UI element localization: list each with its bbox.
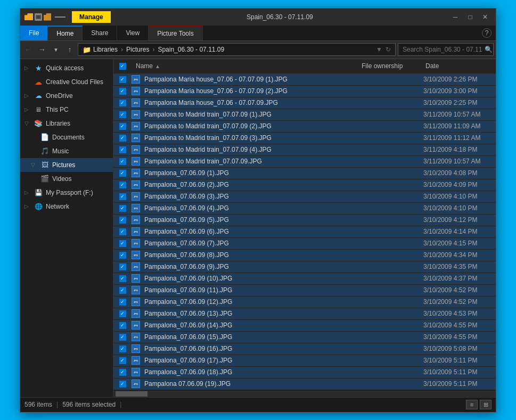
recent-locations-button[interactable]: ▼ (50, 44, 62, 55)
path-pictures[interactable]: Pictures (126, 46, 149, 53)
table-row[interactable]: JPG Pampalona Maria house_07.06 - 07.07.… (113, 86, 496, 97)
row-checkbox-container[interactable] (113, 123, 132, 130)
table-row[interactable]: JPG Pampalona_07.06.09 (12).JPG 3/10/200… (113, 297, 496, 308)
details-view-button[interactable]: ≡ (466, 400, 478, 409)
row-checkbox-container[interactable] (113, 322, 132, 329)
tab-file[interactable]: File (20, 26, 48, 40)
row-checkbox-container[interactable] (113, 135, 132, 142)
col-header-date[interactable]: Date (421, 59, 496, 73)
row-checkbox-container[interactable] (113, 100, 132, 106)
table-row[interactable]: JPG Pampalona Maria house_07.06 - 07.07.… (113, 74, 496, 86)
row-checkbox[interactable] (119, 287, 126, 294)
file-list[interactable]: JPG Pampalona Maria house_07.06 - 07.07.… (113, 74, 496, 391)
sidebar-item-onedrive[interactable]: ▷ ☁ OneDrive (20, 89, 113, 103)
back-button[interactable]: ← (22, 44, 34, 55)
up-button[interactable]: ↑ (64, 44, 76, 55)
path-libraries[interactable]: Libraries (93, 46, 118, 53)
table-row[interactable]: JPG Pampalona_07.06.09 (18).JPG 3/10/200… (113, 367, 496, 378)
sidebar-item-my-passport[interactable]: ▷ 💾 My Passport (F:) (20, 186, 113, 200)
row-checkbox[interactable] (119, 381, 126, 388)
table-row[interactable]: JPG Pampalona to Madrid train_07.07.09 (… (113, 109, 496, 121)
sidebar-item-creative-cloud[interactable]: ☁ Creative Cloud Files (20, 75, 113, 89)
row-checkbox[interactable] (119, 182, 126, 188)
horizontal-scrollbar[interactable] (113, 391, 496, 397)
address-dropdown-icon[interactable]: ▼ (376, 46, 382, 53)
row-checkbox-container[interactable] (113, 381, 132, 388)
table-row[interactable]: JPG Pampalona to Madrid train_07.07.09 (… (113, 121, 496, 133)
row-checkbox[interactable] (119, 345, 126, 352)
row-checkbox[interactable] (119, 88, 126, 95)
tab-home[interactable]: Home (48, 26, 83, 40)
row-checkbox[interactable] (119, 123, 126, 130)
row-checkbox[interactable] (119, 76, 126, 83)
table-row[interactable]: JPG Pampalona_07.06.09 (16).JPG 3/10/200… (113, 343, 496, 355)
sidebar-item-music[interactable]: 🎵 Music (20, 144, 113, 158)
sidebar-item-this-pc[interactable]: ▷ 🖥 This PC (20, 103, 113, 117)
row-checkbox-container[interactable] (113, 146, 132, 153)
help-button[interactable]: ? (478, 26, 496, 40)
row-checkbox[interactable] (119, 228, 126, 235)
table-row[interactable]: JPG Pampalona to Madrid train_07.07.09.J… (113, 156, 496, 168)
path-current[interactable]: Spain_06.30 - 07.11.09 (158, 46, 224, 53)
refresh-icon[interactable]: ↻ (386, 46, 391, 53)
row-checkbox[interactable] (119, 322, 126, 329)
sidebar-item-documents[interactable]: 📄 Documents (20, 130, 113, 144)
col-header-name[interactable]: Name ▲ (132, 59, 357, 73)
large-icons-button[interactable]: ⊞ (480, 400, 492, 409)
row-checkbox-container[interactable] (113, 299, 132, 306)
row-checkbox-container[interactable] (113, 263, 132, 270)
row-checkbox[interactable] (119, 193, 126, 200)
sidebar-item-pictures[interactable]: ▽ 🖼 Pictures (20, 158, 113, 172)
table-row[interactable]: JPG Pampalona to Madrid train_07.07.09 (… (113, 133, 496, 144)
row-checkbox[interactable] (119, 310, 126, 317)
row-checkbox-container[interactable] (113, 240, 132, 247)
search-box[interactable]: 🔍 (398, 43, 494, 56)
row-checkbox[interactable] (119, 369, 126, 376)
close-button[interactable]: ✕ (479, 12, 492, 22)
col-header-ownership[interactable]: File ownership (357, 59, 421, 73)
row-checkbox-container[interactable] (113, 334, 132, 341)
table-row[interactable]: JPG Pampalona_07.06.09 (11).JPG 3/10/200… (113, 285, 496, 297)
row-checkbox-container[interactable] (113, 182, 132, 188)
row-checkbox-container[interactable] (113, 369, 132, 376)
table-row[interactable]: JPG Pampalona_07.06.09 (6).JPG 3/10/2009… (113, 226, 496, 238)
row-checkbox[interactable] (119, 334, 126, 341)
row-checkbox-container[interactable] (113, 193, 132, 200)
row-checkbox[interactable] (119, 240, 126, 247)
row-checkbox-container[interactable] (113, 76, 132, 83)
tab-view[interactable]: View (117, 26, 149, 40)
h-scroll-thumb[interactable] (116, 391, 148, 397)
row-checkbox[interactable] (119, 111, 126, 118)
row-checkbox[interactable] (119, 299, 126, 306)
ribbon-manage-tab[interactable]: Manage (72, 11, 111, 23)
table-row[interactable]: JPG Pampalona_07.06.09 (7).JPG 3/10/2009… (113, 238, 496, 250)
row-checkbox-container[interactable] (113, 310, 132, 317)
row-checkbox-container[interactable] (113, 275, 132, 282)
table-row[interactable]: JPG Pampalona_07.06.09 (5).JPG 3/10/2009… (113, 215, 496, 226)
sidebar-item-quick-access[interactable]: ▷ ★ Quick access (20, 61, 113, 75)
row-checkbox-container[interactable] (113, 205, 132, 212)
row-checkbox-container[interactable] (113, 252, 132, 259)
row-checkbox-container[interactable] (113, 287, 132, 294)
table-row[interactable]: JPG Pampalona_07.06.09 (3).JPG 3/10/2009… (113, 191, 496, 203)
sidebar-item-libraries[interactable]: ▽ 📚 Libraries (20, 117, 113, 130)
table-row[interactable]: JPG Pampalona_07.06.09 (14).JPG 3/10/200… (113, 320, 496, 332)
row-checkbox[interactable] (119, 100, 126, 106)
table-row[interactable]: JPG Pampalona_07.06.09 (2).JPG 3/10/2009… (113, 179, 496, 191)
forward-button[interactable]: → (36, 44, 48, 55)
row-checkbox[interactable] (119, 205, 126, 212)
row-checkbox[interactable] (119, 158, 126, 165)
row-checkbox-container[interactable] (113, 158, 132, 165)
address-path[interactable]: 📁 Libraries › Pictures › Spain_06.30 - 0… (78, 43, 396, 56)
select-all-checkbox[interactable] (119, 63, 126, 70)
row-checkbox-container[interactable] (113, 88, 132, 95)
row-checkbox-container[interactable] (113, 111, 132, 118)
minimize-button[interactable]: ─ (449, 12, 462, 22)
sidebar-item-videos[interactable]: 🎬 Videos (20, 172, 113, 186)
row-checkbox[interactable] (119, 357, 126, 364)
row-checkbox[interactable] (119, 263, 126, 270)
row-checkbox[interactable] (119, 275, 126, 282)
sidebar-item-network[interactable]: ▷ 🌐 Network (20, 200, 113, 213)
row-checkbox-container[interactable] (113, 228, 132, 235)
table-row[interactable]: JPG Pampalona 07.06.09 (19).JPG 3/10/200… (113, 378, 496, 390)
